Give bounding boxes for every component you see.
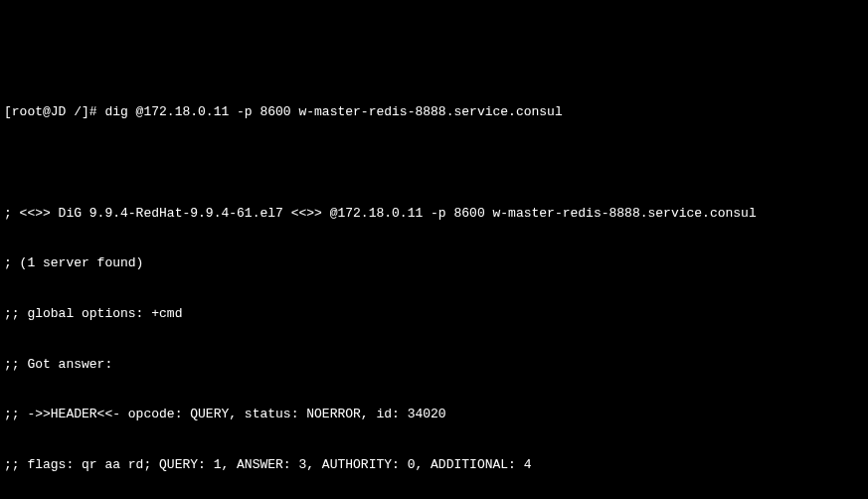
terminal-output[interactable]: [root@JD /]# dig @172.18.0.11 -p 8600 w-… [4, 72, 864, 499]
terminal-line: ; <<>> DiG 9.9.4-RedHat-9.9.4-61.el7 <<>… [4, 206, 864, 223]
terminal-line: ;; Got answer: [4, 357, 864, 374]
terminal-line: ; (1 server found) [4, 255, 864, 272]
terminal-line [4, 155, 864, 172]
terminal-line: [root@JD /]# dig @172.18.0.11 -p 8600 w-… [4, 104, 864, 121]
terminal-line: ;; global options: +cmd [4, 306, 864, 323]
terminal-line: ;; ->>HEADER<<- opcode: QUERY, status: N… [4, 407, 864, 423]
terminal-line: ;; flags: qr aa rd; QUERY: 1, ANSWER: 3,… [4, 457, 864, 474]
